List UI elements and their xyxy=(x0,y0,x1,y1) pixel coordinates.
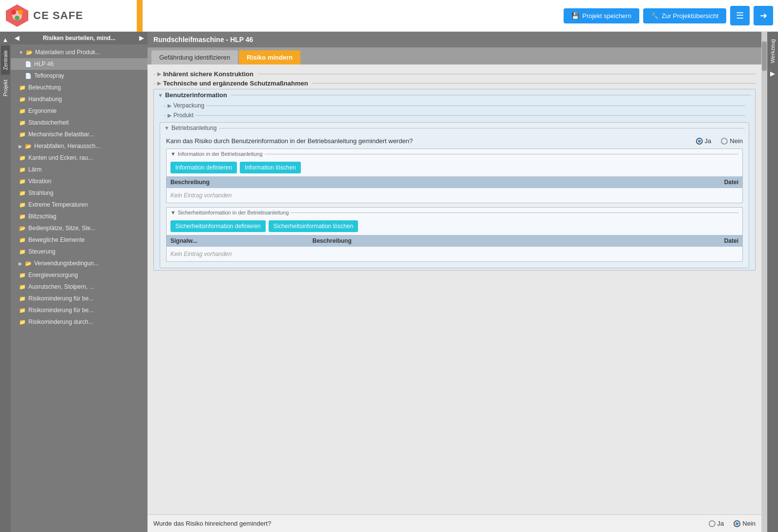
sidebar-nav-prev[interactable]: ◀ xyxy=(15,35,19,42)
list-item[interactable]: 📁 Bewegliche Elemente xyxy=(11,234,147,246)
radio-group-risk: Ja Nein xyxy=(696,137,743,145)
bottom-question-text: Wurde das Risiko hinreichend gemindert? xyxy=(153,520,699,527)
logout-button[interactable]: ➜ xyxy=(754,6,773,25)
risk-question-row: Kann das Risiko durch Benutzerinformatio… xyxy=(166,137,743,145)
tab-risiko[interactable]: Risiko mindern xyxy=(239,50,300,64)
list-item[interactable]: 📁 Ausrutschen, Stolpern, ... xyxy=(11,281,147,293)
info-table-header-row: ▼ Information in der Betriebsanleitung xyxy=(167,149,742,159)
info-section-label: Information in der Betriebsanleitung xyxy=(178,151,263,157)
expand-arrow-sicher[interactable]: ▼ xyxy=(170,210,176,215)
zentrale-tab[interactable]: Zentrale xyxy=(1,45,10,75)
list-item[interactable]: 📄 Teflonspray xyxy=(11,70,147,82)
list-item[interactable]: 📁 Beleuchtung xyxy=(11,82,147,93)
list-item[interactable]: 📁 Lärm xyxy=(11,164,147,175)
dash: - xyxy=(164,112,166,119)
folder-icon: 📁 xyxy=(19,295,26,302)
list-item[interactable]: 📁 Handhabung xyxy=(11,93,147,105)
benutzer-header: ▼ Benutzerinformation xyxy=(154,89,755,101)
projekt-tab[interactable]: Projekt xyxy=(1,75,10,101)
sicher-loeschen-button[interactable]: Sicherheitsinformation löschen xyxy=(269,220,358,232)
expand-arrow-produkt[interactable]: ▶ xyxy=(168,112,171,119)
list-item[interactable]: 📄 HLP 46 xyxy=(11,58,147,70)
technical-label: Technische und ergänzende Schutzmaßnahme… xyxy=(163,80,308,87)
inherent-section-row: - ▶ Inhärent sichere Konstruktion xyxy=(153,70,756,78)
list-item[interactable]: 📁 Risikominderung durch... xyxy=(11,316,147,328)
divider xyxy=(219,128,745,128)
app-name: CE SAFE xyxy=(33,9,83,22)
werkzeug-tab[interactable]: Werkzeug xyxy=(768,34,777,68)
project-overview-button[interactable]: 🔧 Zur Projektübersicht xyxy=(643,8,726,23)
machine-title: Rundschleifmaschine - HLP 46 xyxy=(147,32,761,47)
info-definieren-button[interactable]: Information definieren xyxy=(170,162,237,173)
expand-arrow-verpackung[interactable]: ▶ xyxy=(168,103,171,109)
col-datei: Datei xyxy=(596,179,738,186)
expand-arrow: ▼ xyxy=(19,50,23,55)
app-header: CE SAFE 💾 Projekt speichern 🔧 Zur Projek… xyxy=(0,0,778,32)
sicher-header-row: ▼ Sicherheitsinformation in der Betriebs… xyxy=(167,208,742,217)
sidebar-header: ◀ Risiken beurteilen, mind... ▶ xyxy=(11,32,147,44)
doc-icon: 📄 xyxy=(24,60,32,68)
tab-gefaehrdung[interactable]: Gefährdung identifizieren xyxy=(151,50,238,64)
folder-icon: 📁 xyxy=(19,189,26,197)
folder-icon: 📁 xyxy=(19,130,26,138)
list-item[interactable]: 📁 Standsicherheit xyxy=(11,117,147,128)
list-item[interactable]: ▶ 📂 Verwendungsbedingun... xyxy=(11,257,147,269)
radio-ja[interactable]: Ja xyxy=(696,137,712,145)
list-item[interactable]: 📁 Kanten und Ecken, rau... xyxy=(11,152,147,164)
verpackung-row: - ▶ Verpackung xyxy=(154,101,755,110)
folder-icon: 📁 xyxy=(19,271,26,279)
list-item[interactable]: 📁 Vibration xyxy=(11,175,147,187)
list-item[interactable]: 📁 Energieversorgung xyxy=(11,269,147,281)
nav-up-arrow[interactable]: ▲ xyxy=(1,34,10,45)
save-project-button[interactable]: 💾 Projekt speichern xyxy=(564,8,639,23)
main-layout: ▲ Zentrale Projekt ◀ Risiken beurteilen,… xyxy=(0,32,778,532)
radio-nein[interactable]: Nein xyxy=(721,137,743,145)
expand-arrow-info[interactable]: ▼ xyxy=(170,151,176,157)
folder-icon: 📁 xyxy=(19,201,26,209)
expand-arrow-benutzer[interactable]: ▼ xyxy=(158,92,163,98)
bottom-nein-label: Nein xyxy=(742,520,756,527)
list-item[interactable]: 📁 Risikominderung für be... xyxy=(11,293,147,304)
no-entry-sicher: Kein Eintrag vorhanden xyxy=(167,247,742,261)
list-item[interactable]: 📁 Blitzschlag xyxy=(11,211,147,222)
divider xyxy=(195,115,745,116)
list-item[interactable]: 📁 Extreme Temperaturen xyxy=(11,199,147,211)
list-item[interactable]: 📁 Ergonomie xyxy=(11,105,147,117)
folder-icon: 📁 xyxy=(19,95,26,103)
list-item[interactable]: 📂 Bedienplätze, Sitze, Ste... xyxy=(11,222,147,234)
right-panel: Rundschleifmaschine - HLP 46 Gefährdung … xyxy=(147,32,761,532)
folder-icon: 📁 xyxy=(19,306,26,314)
scrollbar-track xyxy=(761,32,767,532)
logo-icon xyxy=(5,3,29,28)
expand-arrow-technical[interactable]: ▶ xyxy=(157,80,161,86)
bottom-radio-dot-ja xyxy=(709,520,715,527)
save-icon: 💾 xyxy=(571,12,579,20)
list-item[interactable]: ▶ 📂 Herabfallen, Heraussch... xyxy=(11,140,147,152)
list-item[interactable]: ▼ 📂 Materialien und Produk... xyxy=(11,46,147,58)
col-beschreibung: Beschreibung xyxy=(170,179,596,186)
sicher-definieren-button[interactable]: Sicherheitsinformation definieren xyxy=(170,220,266,232)
divider xyxy=(231,95,751,95)
bottom-radio-dot-nein xyxy=(734,520,740,527)
folder-icon: 📁 xyxy=(19,213,26,220)
bottom-radio-ja[interactable]: Ja xyxy=(709,520,724,527)
right-vertical-tab: Werkzeug ▶ xyxy=(767,32,778,532)
list-item[interactable]: 📁 Strahlung xyxy=(11,187,147,199)
list-item[interactable]: 📁 Steuerung xyxy=(11,246,147,257)
inherent-label: Inhärent sichere Konstruktion xyxy=(163,70,253,78)
nav-right-arrow[interactable]: ▶ xyxy=(769,68,777,79)
expand-arrow-betrieb[interactable]: ▼ xyxy=(164,125,169,131)
hamburger-menu-button[interactable]: ☰ xyxy=(730,6,750,25)
sicher-section-label: Sicherheitsinformation in der Betriebsan… xyxy=(178,210,289,215)
expand-arrow-inherent[interactable]: ▶ xyxy=(157,71,161,77)
list-item[interactable]: 📁 Mechanische Belastbar... xyxy=(11,128,147,140)
svg-point-2 xyxy=(11,10,16,15)
bottom-radio-nein[interactable]: Nein xyxy=(734,520,756,527)
info-loeschen-button[interactable]: Information löschen xyxy=(240,162,301,173)
scrollbar-thumb[interactable] xyxy=(762,42,767,71)
folder-icon: 📁 xyxy=(19,248,26,255)
col-dat: Datei xyxy=(596,237,738,244)
sidebar-nav-next[interactable]: ▶ xyxy=(139,35,144,42)
list-item[interactable]: 📁 Risikominderung für be... xyxy=(11,304,147,316)
nein-label: Nein xyxy=(730,137,743,145)
